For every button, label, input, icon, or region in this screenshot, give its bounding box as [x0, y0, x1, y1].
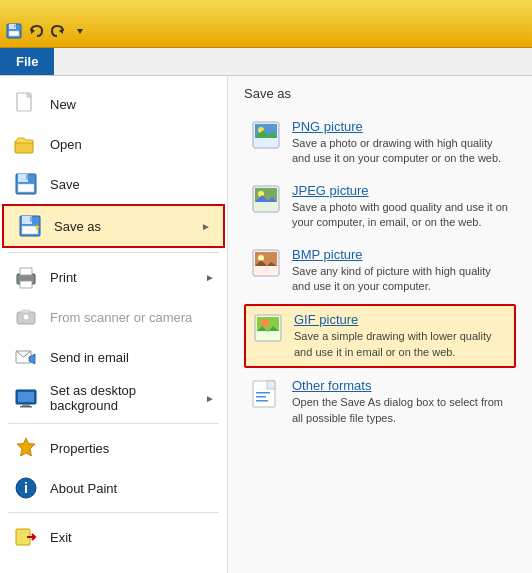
save-as-arrow: ►	[201, 221, 211, 232]
dropdown-toolbar-icon[interactable]	[70, 21, 90, 41]
save-option-png[interactable]: PNG picture Save a photo or drawing with…	[244, 113, 516, 173]
other-option-title: Other formats	[292, 378, 510, 393]
svg-rect-12	[18, 184, 34, 192]
jpeg-option-title: JPEG picture	[292, 183, 510, 198]
gif-option-icon	[252, 312, 284, 344]
saveas-icon	[16, 212, 44, 240]
svg-rect-54	[256, 400, 268, 402]
menu-label-new: New	[50, 97, 215, 112]
menu-container: New Open Save	[0, 76, 532, 573]
undo-toolbar-icon[interactable]	[26, 21, 46, 41]
bg-icon	[12, 384, 40, 412]
menu-label-exit: Exit	[50, 530, 215, 545]
svg-rect-24	[22, 310, 30, 313]
menu-item-desktop[interactable]: Set as desktop background ►	[0, 377, 227, 419]
jpeg-option-icon	[250, 183, 282, 215]
menu-item-email[interactable]: Send in email	[0, 337, 227, 377]
divider-3	[8, 512, 219, 513]
svg-rect-29	[22, 404, 30, 406]
svg-point-48	[261, 319, 269, 327]
right-panel-title: Save as	[244, 86, 516, 101]
svg-rect-13	[26, 175, 28, 180]
scanner-icon	[12, 303, 40, 331]
menu-label-properties: Properties	[50, 441, 215, 456]
email-icon	[12, 343, 40, 371]
svg-rect-2	[9, 31, 19, 36]
menu-item-save[interactable]: Save	[0, 164, 227, 204]
menu-item-open[interactable]: Open	[0, 124, 227, 164]
menu-item-print[interactable]: Print ►	[0, 257, 227, 297]
jpeg-option-text: JPEG picture Save a photo with good qual…	[292, 183, 510, 231]
svg-rect-52	[256, 392, 270, 394]
menu-label-desktop: Set as desktop background	[50, 383, 195, 413]
divider-2	[8, 423, 219, 424]
svg-marker-5	[59, 28, 63, 34]
toolbar-icons	[0, 21, 94, 47]
redo-toolbar-icon[interactable]	[48, 21, 68, 41]
exit-icon	[12, 523, 40, 551]
png-option-desc: Save a photo or drawing with high qualit…	[292, 136, 510, 167]
svg-marker-51	[267, 381, 275, 389]
new-icon	[12, 90, 40, 118]
svg-rect-53	[256, 396, 266, 398]
open-icon	[12, 130, 40, 158]
menu-label-save-as: Save as	[54, 219, 191, 234]
props-icon	[12, 434, 40, 462]
bmp-option-desc: Save any kind of picture with high quali…	[292, 264, 510, 295]
divider-1	[8, 252, 219, 253]
png-option-title: PNG picture	[292, 119, 510, 134]
svg-rect-20	[20, 281, 32, 288]
info-icon: i	[12, 474, 40, 502]
svg-marker-4	[31, 28, 35, 34]
png-option-icon	[250, 119, 282, 151]
menu-item-exit[interactable]: Exit	[0, 517, 227, 557]
svg-rect-16	[22, 226, 38, 234]
menu-item-save-as[interactable]: Save as ►	[2, 204, 225, 248]
menu-item-properties[interactable]: Properties	[0, 428, 227, 468]
menu-label-open: Open	[50, 137, 215, 152]
save-icon	[12, 170, 40, 198]
bmp-option-text: BMP picture Save any kind of picture wit…	[292, 247, 510, 295]
other-option-desc: Open the Save As dialog box to select fr…	[292, 395, 510, 426]
menu-item-about[interactable]: i About Paint	[0, 468, 227, 508]
bmp-option-icon	[250, 247, 282, 279]
svg-rect-28	[18, 392, 34, 402]
other-option-text: Other formats Open the Save As dialog bo…	[292, 378, 510, 426]
svg-rect-3	[14, 25, 16, 28]
right-panel: Save as PNG picture Save a photo or draw…	[228, 76, 532, 573]
save-option-jpeg[interactable]: JPEG picture Save a photo with good qual…	[244, 177, 516, 237]
file-tab[interactable]: File	[0, 48, 54, 75]
gif-option-title: GIF picture	[294, 312, 508, 327]
other-option-icon	[250, 378, 282, 410]
menu-item-new[interactable]: New	[0, 84, 227, 124]
gif-option-text: GIF picture Save a simple drawing with l…	[294, 312, 508, 360]
save-option-gif[interactable]: GIF picture Save a simple drawing with l…	[244, 304, 516, 368]
png-option-text: PNG picture Save a photo or drawing with…	[292, 119, 510, 167]
svg-rect-30	[20, 406, 32, 408]
toolbar	[0, 0, 532, 48]
print-icon	[12, 263, 40, 291]
menu-item-scanner[interactable]: From scanner or camera	[0, 297, 227, 337]
menu-label-email: Send in email	[50, 350, 215, 365]
svg-rect-21	[19, 276, 22, 278]
bmp-option-title: BMP picture	[292, 247, 510, 262]
menu-label-print: Print	[50, 270, 195, 285]
desktop-arrow: ►	[205, 393, 215, 404]
menu-label-save: Save	[50, 177, 215, 192]
jpeg-option-desc: Save a photo with good quality and use i…	[292, 200, 510, 231]
ribbon-area: File	[0, 48, 532, 76]
menu-label-scanner: From scanner or camera	[50, 310, 215, 325]
left-panel: New Open Save	[0, 76, 228, 573]
svg-marker-6	[77, 29, 83, 34]
menu-label-about: About Paint	[50, 481, 215, 496]
save-option-bmp[interactable]: BMP picture Save any kind of picture wit…	[244, 241, 516, 301]
print-arrow: ►	[205, 272, 215, 283]
save-toolbar-icon[interactable]	[4, 21, 24, 41]
gif-option-desc: Save a simple drawing with lower quality…	[294, 329, 508, 360]
svg-rect-17	[30, 217, 32, 222]
svg-rect-19	[20, 268, 32, 275]
svg-point-23	[23, 314, 29, 320]
svg-text:i: i	[24, 480, 28, 496]
save-option-other[interactable]: Other formats Open the Save As dialog bo…	[244, 372, 516, 432]
